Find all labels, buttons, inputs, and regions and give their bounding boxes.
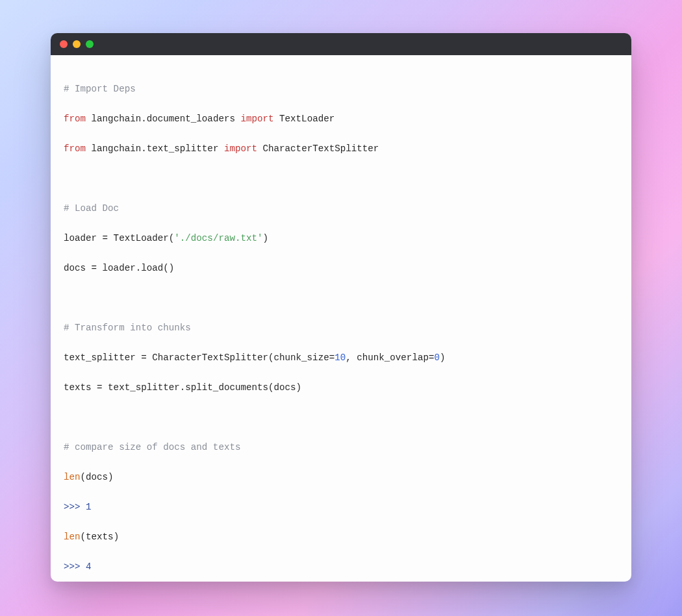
number-literal: 0 [434, 352, 440, 363]
module-path: langchain.document_loaders [86, 114, 240, 124]
code-area: # Import Deps from langchain.document_lo… [51, 55, 631, 582]
code-text: loader = TextLoader( [64, 233, 174, 243]
code-text: text_splitter = CharacterTextSplitter(ch… [64, 352, 335, 363]
import-name: TextLoader [274, 114, 335, 124]
comment-compare: # compare size of docs and texts [64, 442, 240, 452]
gradient-background: # Import Deps from langchain.document_lo… [0, 0, 682, 616]
code-text: ) [263, 233, 269, 243]
module-path: langchain.text_splitter [86, 143, 224, 154]
import-name: CharacterTextSplitter [257, 143, 379, 154]
comment-load-doc: # Load Doc [64, 203, 119, 214]
titlebar [51, 33, 631, 55]
comment-import-deps: # Import Deps [64, 84, 136, 94]
keyword-from: from [64, 143, 86, 154]
code-text: ) [440, 352, 446, 363]
keyword-import: import [240, 114, 273, 124]
string-literal: './docs/raw.txt' [174, 233, 262, 243]
comment-transform: # Transform into chunks [64, 323, 191, 333]
code-text: texts = text_splitter.split_documents(do… [64, 382, 301, 393]
output-value: 1 [86, 502, 92, 512]
close-icon[interactable] [60, 40, 68, 48]
number-literal: 10 [335, 352, 346, 363]
builtin-len: len [64, 532, 81, 542]
code-text: , chunk_overlap= [346, 352, 434, 363]
code-window: # Import Deps from langchain.document_lo… [51, 33, 631, 582]
keyword-import: import [224, 143, 257, 154]
builtin-len: len [64, 472, 81, 482]
keyword-from: from [64, 114, 86, 124]
zoom-icon[interactable] [86, 40, 94, 48]
code-text: docs = loader.load() [64, 263, 174, 273]
output-value: 4 [86, 561, 92, 572]
repl-prompt-icon: >>> [64, 561, 86, 572]
code-text: (texts) [81, 532, 120, 542]
code-text: (docs) [81, 472, 114, 482]
repl-prompt-icon: >>> [64, 502, 86, 512]
minimize-icon[interactable] [73, 40, 81, 48]
